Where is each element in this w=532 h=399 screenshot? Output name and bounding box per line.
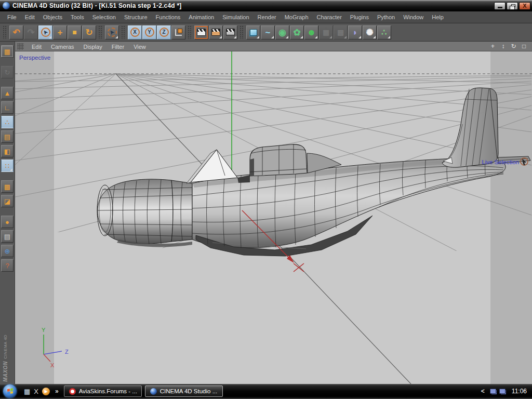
menu-mograph[interactable]: MoGraph: [281, 12, 313, 22]
network-icon[interactable]: [499, 389, 506, 394]
toolbar-grip: [240, 25, 244, 39]
minimize-button[interactable]: [494, 2, 506, 10]
content-browser-button[interactable]: ⊕: [1, 245, 14, 257]
clock[interactable]: 11:06: [512, 388, 527, 395]
maxon-brand: MAXON CINEMA 4D: [2, 335, 10, 382]
menu-selection[interactable]: Selection: [88, 12, 120, 22]
restore-button[interactable]: [507, 2, 518, 10]
viewport-menu-display[interactable]: Display: [79, 43, 107, 51]
viewport-maximize-control[interactable]: □: [520, 43, 528, 49]
viewport-menu-filter[interactable]: Filter: [107, 43, 129, 51]
menu-plugins[interactable]: Plugins: [346, 12, 373, 22]
add-generator-object-button[interactable]: ◉: [275, 25, 289, 39]
coordinate-system-toggle[interactable]: [171, 25, 185, 39]
quicklaunch-media-player[interactable]: ▶: [42, 388, 50, 395]
add-cube-object-button[interactable]: [246, 25, 260, 39]
redo-button: ↷: [24, 25, 38, 39]
menu-edit[interactable]: Edit: [21, 12, 39, 22]
lock-x-axis-button[interactable]: X: [128, 25, 142, 39]
quicklaunch-graphics[interactable]: X: [34, 388, 38, 395]
toolbar-grip: [98, 25, 103, 39]
menu-character[interactable]: Character: [313, 12, 346, 22]
system-tray: < 11:06: [479, 388, 530, 395]
menu-structure[interactable]: Structure: [120, 12, 152, 22]
menu-tools[interactable]: Tools: [66, 12, 88, 22]
brand-maxon: MAXON: [3, 361, 8, 382]
menu-window[interactable]: Window: [399, 12, 428, 22]
model-mode-button[interactable]: ▲: [1, 87, 14, 99]
close-icon: X: [523, 3, 526, 9]
add-spline-object-button[interactable]: ~: [261, 25, 275, 39]
viewport-rotate-control[interactable]: ↻: [510, 43, 517, 49]
render-view-button[interactable]: [194, 25, 208, 39]
gizmo-y-label: Y: [42, 327, 46, 333]
lock-y-axis-button[interactable]: Y: [142, 25, 156, 39]
scene-info-button[interactable]: ▤: [1, 230, 14, 243]
polygon-mode-button[interactable]: ◧: [1, 145, 14, 157]
gizmo-z-label: Z: [65, 349, 69, 355]
add-array-object-button: ▦: [319, 25, 333, 39]
quicklaunch-overflow-chevron[interactable]: »: [55, 388, 59, 395]
start-button[interactable]: [3, 384, 17, 398]
menu-simulation[interactable]: Simulation: [218, 12, 253, 22]
windows-taskbar: ▦X▶ » AviaSkins.Forums - ...CINEMA 4D St…: [0, 384, 532, 398]
viewport-menu-edit[interactable]: Edit: [27, 43, 46, 51]
viewport-zoom-control[interactable]: ↕: [499, 43, 507, 49]
scale-tool[interactable]: ■: [68, 25, 82, 39]
snap-settings-button[interactable]: ∷: [1, 159, 14, 172]
lock-z-axis-button[interactable]: Z: [157, 25, 171, 39]
menu-file[interactable]: File: [3, 12, 21, 22]
quicklaunch-notes[interactable]: ▦: [24, 388, 30, 395]
add-modeling-object-button[interactable]: ✿: [290, 25, 304, 39]
add-deformer-object-button[interactable]: ◗: [348, 25, 362, 39]
live-selection-tool[interactable]: ➤: [38, 25, 52, 39]
menu-animation[interactable]: Animation: [184, 12, 218, 22]
brand-cinema4d: CINEMA 4D: [3, 335, 8, 359]
viewport-menu-view[interactable]: View: [129, 43, 151, 51]
add-instance-object-button: ▩: [334, 25, 348, 39]
menu-functions[interactable]: Functions: [152, 12, 185, 22]
add-particles-object-button[interactable]: ∴: [377, 25, 391, 39]
viewport-grip[interactable]: [17, 43, 24, 50]
menu-objects[interactable]: Objects: [39, 12, 66, 22]
undo-button[interactable]: ↶: [9, 25, 23, 39]
menu-render[interactable]: Render: [254, 12, 281, 22]
render-settings-button[interactable]: [223, 25, 237, 39]
gizmo-x-label: X: [50, 362, 55, 368]
tray-expand-chevron[interactable]: <: [481, 388, 485, 395]
network-icon[interactable]: [490, 389, 496, 394]
rotate-tool[interactable]: ↻: [82, 25, 96, 39]
layout-manager-button[interactable]: ▦: [1, 45, 14, 58]
context-help-button[interactable]: ?: [1, 259, 14, 272]
title-bar: CINEMA 4D Studio (32 Bit) - [Ki.51 Sonia…: [0, 0, 532, 11]
texture-mode-button[interactable]: ▩: [1, 180, 14, 193]
toolbar-grip: [188, 25, 192, 39]
app-icon: [3, 2, 10, 9]
taskbar-task[interactable]: CINEMA 4D Studio ...: [145, 385, 223, 397]
task-label: AviaSkins.Forums - ...: [79, 388, 137, 394]
menu-help[interactable]: Help: [428, 12, 448, 22]
camera-label[interactable]: Perspective: [19, 55, 50, 61]
move-tool[interactable]: +: [53, 25, 67, 39]
perspective-viewport[interactable]: Y Z X Perspective Live Selection: [15, 51, 532, 384]
viewport-pan-control[interactable]: +: [489, 43, 497, 49]
toolbar-grip: [121, 25, 126, 39]
point-mode-button[interactable]: ∴: [1, 116, 14, 128]
menu-python[interactable]: Python: [373, 12, 399, 22]
minimize-icon: [498, 7, 502, 8]
texture-axis-mode-button[interactable]: ◪: [1, 195, 14, 207]
viewport-scene: Y Z X Perspective Live Selection: [15, 51, 532, 384]
object-axis-mode-button[interactable]: ∟: [1, 101, 14, 114]
cinema4d-icon: [150, 388, 157, 395]
window-title: CINEMA 4D Studio (32 Bit) - [Ki.51 Sonia…: [12, 2, 494, 9]
add-environment-object-button[interactable]: ✺: [363, 25, 377, 39]
close-button[interactable]: X: [519, 2, 530, 10]
edge-mode-button[interactable]: ▤: [1, 130, 14, 143]
add-character-object-button[interactable]: ☻: [304, 25, 318, 39]
render-picture-viewer-button[interactable]: [209, 25, 223, 39]
object-display-button[interactable]: ●: [1, 216, 14, 228]
taskbar-task[interactable]: AviaSkins.Forums - ...: [64, 385, 142, 397]
viewport-menu-cameras[interactable]: Cameras: [46, 43, 79, 51]
previous-selection-tool[interactable]: ➤: [105, 25, 119, 39]
active-tool-label: Live Selection: [482, 159, 519, 165]
